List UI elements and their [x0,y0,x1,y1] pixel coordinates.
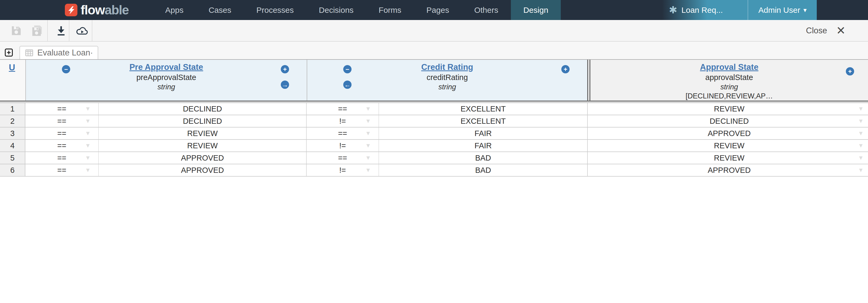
current-app-badge[interactable]: ✱ Loan Req... [662,0,748,20]
rule-operator-cell[interactable]: ==▼ [307,103,379,115]
save-all-button[interactable] [28,20,45,41]
move-column-left-button[interactable]: ← [343,80,351,89]
rule-operator-cell[interactable]: ==▼ [307,152,379,164]
current-app-label: Loan Req... [681,6,723,15]
rule-operator-cell[interactable]: !=▼ [307,115,379,127]
rules-body: 1 ==▼ DECLINED ==▼ EXCELLENT REVIEW▼ 2 =… [0,103,868,176]
caret-down-icon: ▼ [85,130,91,137]
close-button[interactable]: Close ✕ [806,20,845,41]
rule-output-cell[interactable]: APPROVED▼ [590,164,868,176]
rule-operator-cell[interactable]: ==▼ [307,128,379,139]
output-value: DECLINED [710,117,749,126]
rule-output-cell[interactable]: DECLINED▼ [590,115,868,127]
input-output-separator [587,60,590,101]
operator-value: == [338,105,347,113]
download-button[interactable] [52,20,70,41]
caret-down-icon: ▼ [858,105,864,112]
caret-down-icon: ▼ [858,142,864,149]
add-column-button[interactable]: + [561,65,569,73]
rule-value-cell[interactable]: DECLINED [99,103,307,115]
rule-operator-cell[interactable]: !=▼ [307,140,379,152]
operator-value: == [57,141,66,150]
table-row: 5 ==▼ APPROVED ==▼ BAD REVIEW▼ [0,152,868,164]
nav-item-design[interactable]: Design [511,0,561,20]
operator-value: == [57,117,66,126]
rule-value-cell[interactable]: EXCELLENT [379,115,587,127]
close-label: Close [806,26,827,35]
nav-item-others[interactable]: Others [462,0,511,20]
flowable-logo-icon [65,4,78,16]
row-section-spacer [587,164,590,176]
column-variable: preApprovalState [26,72,307,82]
rule-number: 5 [0,152,25,164]
save-button[interactable] [7,20,25,41]
rule-value-cell[interactable]: APPROVED [99,164,307,176]
rule-value-cell[interactable]: BAD [379,152,587,164]
nav-item-apps[interactable]: Apps [153,0,196,20]
rule-value-cell[interactable]: FAIR [379,128,587,139]
nav-item-pages[interactable]: Pages [414,0,462,20]
operator-value: == [338,154,347,162]
rule-value-cell[interactable]: BAD [379,164,587,176]
table-row: 3 ==▼ REVIEW ==▼ FAIR APPROVED▼ [0,128,868,140]
column-title-link[interactable]: Approval State [590,62,868,72]
rule-value-cell[interactable]: APPROVED [99,152,307,164]
flowable-wordmark: flowable [81,0,129,20]
remove-column-button[interactable]: − [343,65,351,73]
rule-value-cell[interactable]: REVIEW [99,140,307,152]
rule-operator-cell[interactable]: ==▼ [25,152,99,164]
toolbar-divider [69,20,69,41]
chevron-down-icon: ▾ [803,6,807,14]
tab-label: Evaluate Loan··· [37,48,92,58]
add-column-button[interactable]: + [846,67,854,75]
plus-square-icon [4,48,13,57]
remove-column-button[interactable]: − [62,65,70,73]
nav-item-processes[interactable]: Processes [244,0,306,20]
rule-operator-cell[interactable]: ==▼ [25,103,99,115]
output-value: REVIEW [714,105,744,113]
hit-policy-link[interactable]: U [9,62,15,72]
add-column-button[interactable]: + [281,65,289,73]
output-column-header-approval-state: + Approval State approvalState string [D… [590,60,868,101]
caret-down-icon: ▼ [365,117,371,125]
column-options-preview: [DECLINED,REVIEW,AP… [590,92,868,101]
rule-operator-cell[interactable]: ==▼ [25,164,99,176]
operator-value: == [57,105,66,113]
rule-operator-cell[interactable]: ==▼ [25,115,99,127]
caret-down-icon: ▼ [365,155,371,161]
new-tab-button[interactable] [4,48,13,57]
rule-output-cell[interactable]: REVIEW▼ [590,103,868,115]
rule-output-cell[interactable]: REVIEW▼ [590,152,868,164]
user-menu[interactable]: Admin User ▾ [748,0,817,20]
caret-down-icon: ▼ [85,155,91,161]
decision-table-header: U − + → Pre Approval State preApprovalSt… [0,60,868,100]
rule-value-cell[interactable]: EXCELLENT [379,103,587,115]
hit-policy-cell: U [0,60,25,101]
top-navbar: flowable Apps Cases Processes Decisions … [0,0,868,20]
nav-item-cases[interactable]: Cases [196,0,244,20]
caret-down-icon: ▼ [85,105,91,112]
nav-item-decisions[interactable]: Decisions [306,0,366,20]
rule-output-cell[interactable]: APPROVED▼ [590,128,868,139]
rule-value-cell[interactable]: REVIEW [99,128,307,139]
rule-output-cell[interactable]: REVIEW▼ [590,140,868,152]
save-all-icon [30,25,43,37]
rule-operator-cell[interactable]: ==▼ [25,140,99,152]
operator-value: != [339,166,346,175]
nav-item-forms[interactable]: Forms [366,0,414,20]
rule-number: 4 [0,140,25,152]
operator-value: == [57,129,66,138]
publish-button[interactable] [72,20,92,41]
operator-value: == [57,154,66,162]
tab-evaluate-loan[interactable]: Evaluate Loan··· [20,46,98,59]
rule-value-cell[interactable]: FAIR [379,140,587,152]
save-icon [10,25,22,37]
table-row: 6 ==▼ APPROVED !=▼ BAD APPROVED▼ [0,164,868,176]
input-column-header-credit-rating: − ← + Credit Rating creditRating string [307,60,587,101]
caret-down-icon: ▼ [365,130,371,137]
caret-down-icon: ▼ [85,167,91,174]
rule-operator-cell[interactable]: !=▼ [307,164,379,176]
move-column-right-button[interactable]: → [281,80,289,89]
rule-value-cell[interactable]: DECLINED [99,115,307,127]
rule-operator-cell[interactable]: ==▼ [25,128,99,139]
